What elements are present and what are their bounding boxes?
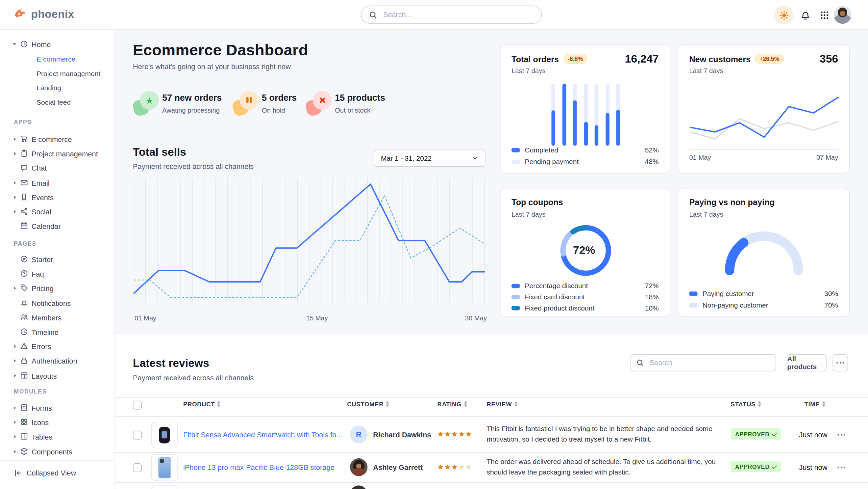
collapsed-view-toggle[interactable]: Collapsed View xyxy=(14,469,76,477)
card-period: Last 7 days xyxy=(512,211,545,219)
sidebar-item-timeline[interactable]: Timeline xyxy=(0,326,115,338)
column-header-product[interactable]: PRODUCT xyxy=(183,401,220,407)
more-options-button[interactable] xyxy=(833,354,848,371)
review-text: The order was delivered ahead of schedul… xyxy=(487,457,725,478)
divider xyxy=(115,482,868,483)
column-header-status[interactable]: STATUS xyxy=(731,401,761,407)
chevron-right-icon xyxy=(14,359,16,363)
search-icon xyxy=(637,359,644,367)
avatar xyxy=(350,485,368,489)
all-products-button[interactable]: All products xyxy=(787,354,827,371)
date-range-select[interactable]: Mar 1 - 31, 2022 xyxy=(374,149,486,167)
theme-toggle-button[interactable] xyxy=(775,6,793,24)
review-time: Just now xyxy=(797,431,830,439)
card-title: New customers xyxy=(689,54,751,63)
sidebar-item-layouts[interactable]: Layouts xyxy=(0,370,115,381)
axis-label: 15 May xyxy=(306,314,328,322)
row-menu-button[interactable] xyxy=(837,467,845,468)
sun-icon xyxy=(779,10,789,20)
mail-icon xyxy=(20,178,28,186)
sidebar-item-pricing[interactable]: Pricing xyxy=(0,283,115,294)
chevron-right-icon xyxy=(14,137,16,141)
notifications-button[interactable] xyxy=(796,6,815,24)
sidebar-item-members[interactable]: Members xyxy=(0,312,115,323)
sidebar-item-components[interactable]: Components xyxy=(0,446,115,457)
sidebar-item-home[interactable]: Home xyxy=(0,39,115,50)
sidebar-item-social[interactable]: Social xyxy=(0,206,115,217)
column-header-customer[interactable]: CUSTOMER xyxy=(347,401,389,407)
card-title: Top coupons xyxy=(512,197,563,207)
top-coupons-card: Top coupons Last 7 days 72% Percentage d… xyxy=(500,188,670,317)
sort-icon xyxy=(514,401,517,407)
sidebar-section-apps: APPS xyxy=(14,119,32,125)
column-header-time[interactable]: TIME xyxy=(804,401,825,407)
sidebar-item-faq[interactable]: Faq xyxy=(0,268,115,280)
sidebar-item-project-management[interactable]: Project management xyxy=(0,68,115,79)
apps-grid-button[interactable] xyxy=(815,6,834,24)
bell-icon xyxy=(20,298,28,307)
axis-label: 30 May xyxy=(465,314,487,322)
box-icon xyxy=(20,447,28,455)
axis-label: 01 May xyxy=(689,153,711,161)
lock-icon xyxy=(20,356,28,365)
legend-item: Completed xyxy=(512,146,558,154)
card-period: Last 7 days xyxy=(689,67,723,75)
product-link[interactable]: iPhone 13 pro max-Pacific Blue-128GB sto… xyxy=(183,463,335,471)
sort-icon xyxy=(464,401,467,407)
trend-badge: +26.5% xyxy=(755,54,783,63)
sidebar-item-social-feed[interactable]: Social feed xyxy=(0,97,115,108)
card-period: Last 7 days xyxy=(512,67,545,75)
sidebar-item-landing[interactable]: Landing xyxy=(0,83,115,94)
chevron-right-icon xyxy=(14,406,16,410)
sidebar-item-events[interactable]: Events xyxy=(0,192,115,203)
sidebar-item-e-commerce[interactable]: E commerce xyxy=(0,54,115,65)
divider xyxy=(115,452,868,453)
sidebar-item-icons[interactable]: Icons xyxy=(0,417,115,428)
column-header-review[interactable]: REVIEW xyxy=(487,401,517,407)
warning-icon xyxy=(20,342,28,350)
global-search[interactable] xyxy=(361,6,542,24)
sidebar-item-forms[interactable]: Forms xyxy=(0,402,115,413)
legend-value: 72% xyxy=(645,282,659,290)
sidebar-item-project-management[interactable]: Project management xyxy=(0,148,115,160)
product-link[interactable]: Fitbit Sense Advanced Smartwatch with To… xyxy=(183,431,342,439)
collapsed-view-label: Collapsed View xyxy=(27,469,76,477)
avatar xyxy=(350,458,368,476)
sidebar-item-notifications[interactable]: Notifications xyxy=(0,297,115,309)
divider xyxy=(115,416,868,417)
search-icon xyxy=(369,11,377,19)
user-avatar[interactable] xyxy=(834,6,851,24)
sidebar-item-email[interactable]: Email xyxy=(0,177,115,189)
sidebar-item-errors[interactable]: Errors xyxy=(0,341,115,352)
sidebar-item-tables[interactable]: Tables xyxy=(0,431,115,442)
row-checkbox[interactable] xyxy=(133,463,142,472)
row-menu-button[interactable] xyxy=(837,434,845,436)
compass-icon xyxy=(20,255,28,263)
card-title: Total orders xyxy=(512,54,559,63)
sidebar-item-e-commerce[interactable]: E commerce xyxy=(0,134,115,145)
legend-value: 10% xyxy=(645,304,659,312)
sidebar-item-chat[interactable]: Chat xyxy=(0,163,115,174)
total-sells-title: Total sells xyxy=(133,146,186,159)
select-all-checkbox[interactable] xyxy=(133,401,142,410)
product-thumbnail[interactable] xyxy=(151,454,178,481)
product-thumbnail[interactable] xyxy=(151,422,178,449)
chevron-down-icon xyxy=(472,155,478,161)
app-viewport: phoenix xyxy=(0,0,868,489)
global-search-input[interactable] xyxy=(382,10,533,20)
sidebar-item-starter[interactable]: Starter xyxy=(0,254,115,265)
column-header-rating[interactable]: RATING xyxy=(437,401,467,407)
reviews-search[interactable] xyxy=(630,354,776,371)
reviews-subtitle: Payment received across all channels xyxy=(133,373,254,382)
status-badge: APPROVED xyxy=(731,428,781,440)
rating-stars: ★★★★★ xyxy=(437,463,473,471)
row-checkbox[interactable] xyxy=(133,431,142,440)
chevron-right-icon xyxy=(14,450,16,453)
phoenix-logo[interactable]: phoenix xyxy=(13,7,74,21)
sidebar-item-calendar[interactable]: Calendar xyxy=(0,221,115,232)
reviews-search-input[interactable] xyxy=(648,358,770,368)
sidebar-item-authentication[interactable]: Authentication xyxy=(0,355,115,367)
legend-value: 18% xyxy=(645,293,659,301)
new-customers-line-chart xyxy=(689,85,839,150)
phoenix-flame-icon xyxy=(13,7,27,21)
